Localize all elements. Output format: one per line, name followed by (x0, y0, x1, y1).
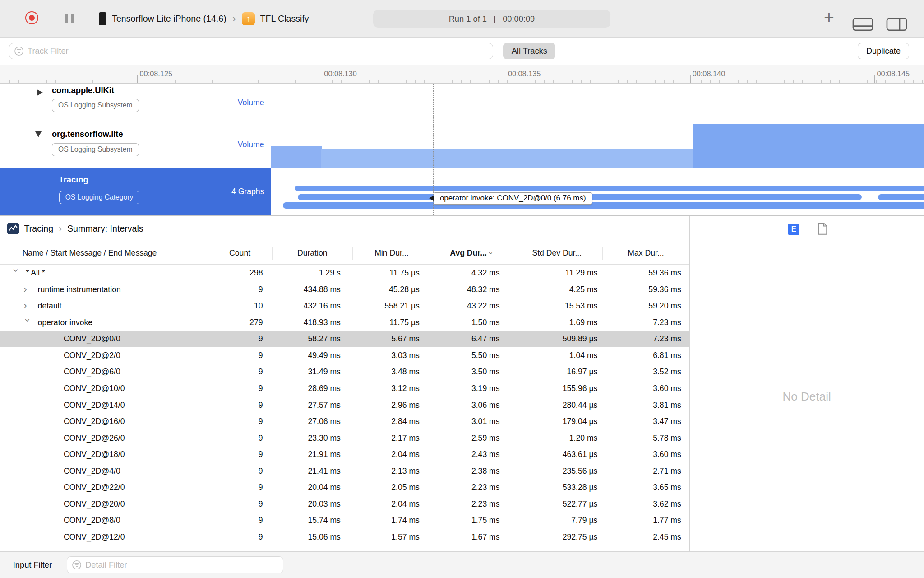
interval-avg-duration: 1.67 ms (431, 529, 512, 545)
pause-button[interactable] (65, 14, 74, 23)
interval-avg-duration: 4.32 ms (431, 265, 512, 281)
interval-min-duration: 1.74 ms (352, 512, 431, 529)
column-header-duration[interactable]: Duration (272, 242, 352, 265)
track-graph-style[interactable]: Volume (238, 140, 264, 149)
run-status[interactable]: Run 1 of 1 | 00:00:09 (373, 10, 610, 28)
column-header-min[interactable]: Min Dur... (352, 242, 431, 265)
column-header-max[interactable]: Max Dur... (602, 242, 689, 265)
tooltip-text: operator invoke: CONV_2D@0/0 (6.76 ms) (434, 192, 592, 205)
interval-min-duration: 2.04 ms (352, 446, 431, 463)
input-filter-label: Input Filter (13, 560, 52, 570)
track-name: com.apple.UIKit (52, 85, 114, 95)
detail-filter-input[interactable] (85, 560, 278, 570)
interval-name: operator invoke (38, 314, 93, 331)
breadcrumb-page[interactable]: Summary: Intervals (67, 224, 143, 234)
tracing-lane[interactable] (295, 186, 924, 191)
interval-name: CONV_2D@8/0 (64, 512, 120, 529)
interval-min-duration: 3.12 ms (352, 380, 431, 397)
interval-min-duration: 11.75 µs (352, 265, 431, 281)
disclosure-triangle-icon[interactable] (35, 131, 42, 137)
interval-name: default (38, 298, 62, 314)
disclosure-chevron-icon[interactable]: › (23, 281, 37, 298)
table-row[interactable]: › CONV_2D@16/0 9 27.06 ms 2.84 ms 3.01 m… (0, 413, 689, 430)
table-row[interactable]: › CONV_2D@18/0 9 21.91 ms 2.04 ms 2.43 m… (0, 446, 689, 463)
interval-duration: 15.74 ms (272, 512, 352, 529)
column-header-count[interactable]: Count (208, 242, 273, 265)
interval-min-duration: 3.48 ms (352, 364, 431, 380)
table-row[interactable]: › CONV_2D@2/0 9 49.49 ms 3.03 ms 5.50 ms… (0, 347, 689, 364)
track-row-uikit[interactable]: com.apple.UIKit OS Logging Subsystem Vol… (0, 84, 924, 121)
document-button[interactable] (818, 222, 827, 238)
table-row[interactable]: › CONV_2D@12/0 9 15.06 ms 1.57 ms 1.67 m… (0, 529, 689, 545)
table-row[interactable]: › * All * 298 1.29 s 11.75 µs 4.32 ms 11… (0, 265, 689, 281)
interval-max-duration: 59.20 ms (602, 298, 689, 314)
table-row[interactable]: › operator invoke 279 418.93 ms 11.75 µs… (0, 314, 689, 331)
target-selector[interactable]: Tensorflow Lite iPhone (14.6) › ↑ TFL Cl… (99, 0, 309, 38)
interval-max-duration: 1.77 ms (602, 512, 689, 529)
breadcrumb-root[interactable]: Tracing (24, 224, 54, 234)
track-row-tensorflow[interactable]: org.tensorflow.lite OS Logging Subsystem… (0, 121, 924, 168)
table-row[interactable]: › CONV_2D@26/0 9 23.30 ms 2.17 ms 2.59 m… (0, 430, 689, 447)
track-filter-input[interactable] (28, 46, 488, 56)
table-row[interactable]: › CONV_2D@10/0 9 28.69 ms 3.12 ms 3.19 m… (0, 380, 689, 397)
major-tick (874, 75, 875, 83)
interval-max-duration: 6.81 ms (602, 347, 689, 364)
all-tracks-button[interactable]: All Tracks (503, 43, 555, 59)
column-header-std[interactable]: Std Dev Dur... (512, 242, 602, 265)
time-tick-label: 00:08.140 (693, 70, 725, 78)
track-filter-field[interactable] (9, 43, 494, 60)
interval-count: 10 (208, 298, 273, 314)
table-row[interactable]: › CONV_2D@8/0 9 15.74 ms 1.74 ms 1.75 ms… (0, 512, 689, 529)
detail-filter-field[interactable] (67, 556, 284, 573)
table-row[interactable]: › CONV_2D@4/0 9 21.41 ms 2.13 ms 2.38 ms… (0, 463, 689, 480)
add-instrument-button[interactable]: + (824, 8, 834, 26)
column-header-avg[interactable]: Avg Dur...› (431, 242, 512, 265)
interval-max-duration: 59.36 ms (602, 265, 689, 281)
disclosure-chevron-icon[interactable]: › (8, 269, 24, 281)
interval-name: CONV_2D@6/0 (64, 364, 120, 380)
interval-count: 9 (208, 463, 273, 480)
disclosure-chevron-icon[interactable]: › (19, 318, 36, 331)
table-row[interactable]: › CONV_2D@22/0 9 20.04 ms 2.05 ms 2.23 m… (0, 479, 689, 496)
interval-avg-duration: 48.32 ms (431, 281, 512, 298)
column-header-name[interactable]: Name / Start Message / End Message (23, 242, 157, 265)
record-button[interactable] (25, 11, 38, 24)
track-graph[interactable] (271, 121, 924, 168)
bottom-pane-icon (852, 17, 873, 31)
extended-detail-button[interactable]: E (788, 224, 799, 235)
track-graph[interactable] (271, 84, 924, 121)
disclosure-triangle-icon[interactable] (37, 89, 43, 96)
table-row[interactable]: › runtime instrumentation 9 434.88 ms 45… (0, 281, 689, 298)
tracing-lane[interactable] (878, 194, 924, 200)
track-row-tracing[interactable]: Tracing OS Logging Category 4 Graphs (0, 168, 924, 215)
table-row[interactable]: › default 10 432.16 ms 558.21 µs 43.22 m… (0, 298, 689, 314)
duplicate-button[interactable]: Duplicate (858, 43, 910, 59)
interval-count: 9 (208, 446, 273, 463)
interval-name: * All * (26, 265, 45, 281)
interval-stddev-duration: 4.25 ms (512, 281, 602, 298)
toggle-bottom-pane-button[interactable] (852, 17, 873, 33)
timeline-ruler[interactable]: 00:08.125 00:08.130 00:08.135 00:08.140 … (0, 65, 924, 84)
table-row[interactable]: › CONV_2D@0/0 9 58.27 ms 5.67 ms 6.47 ms… (0, 331, 689, 347)
interval-avg-duration: 1.50 ms (431, 314, 512, 331)
interval-avg-duration: 5.50 ms (431, 347, 512, 364)
interval-duration: 1.29 s (272, 265, 352, 281)
tracks-area: com.apple.UIKit OS Logging Subsystem Vol… (0, 84, 924, 215)
table-row[interactable]: › CONV_2D@6/0 9 31.49 ms 3.48 ms 3.50 ms… (0, 364, 689, 380)
interval-max-duration: 2.45 ms (602, 529, 689, 545)
disclosure-chevron-icon[interactable]: › (23, 298, 37, 314)
track-graph[interactable] (271, 168, 924, 215)
interval-duration: 20.03 ms (272, 496, 352, 513)
table-row[interactable]: › CONV_2D@20/0 9 20.03 ms 2.04 ms 2.23 m… (0, 496, 689, 513)
tracing-lane[interactable] (283, 202, 924, 209)
interval-stddev-duration: 463.61 µs (512, 446, 602, 463)
pane-divider[interactable] (689, 216, 690, 552)
interval-count: 9 (208, 397, 273, 414)
intervals-table-body: › * All * 298 1.29 s 11.75 µs 4.32 ms 11… (0, 265, 689, 551)
track-graph-style[interactable]: Volume (238, 98, 264, 107)
interval-duration: 21.41 ms (272, 463, 352, 480)
toggle-right-pane-button[interactable] (886, 17, 907, 33)
table-row[interactable]: › CONV_2D@14/0 9 27.57 ms 2.96 ms 3.06 m… (0, 397, 689, 414)
interval-name: CONV_2D@22/0 (64, 479, 125, 496)
interval-avg-duration: 3.06 ms (431, 397, 512, 414)
